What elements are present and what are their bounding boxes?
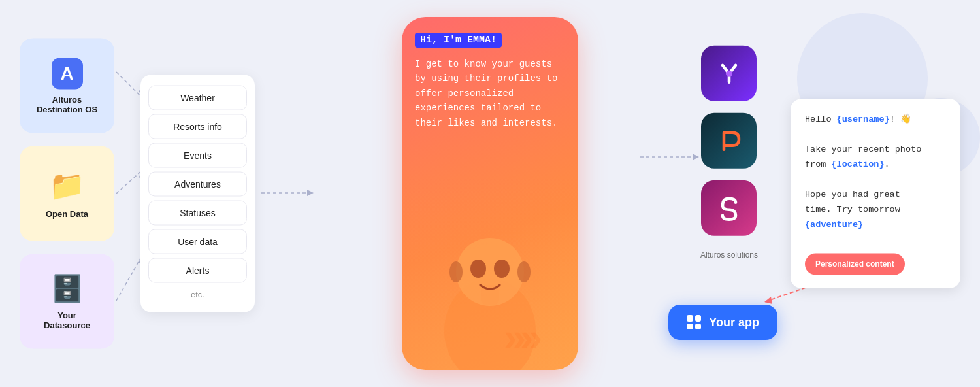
- app-icon-3-svg: [713, 192, 745, 225]
- svg-line-0: [116, 72, 142, 98]
- menu-item-statuses[interactable]: Statuses: [148, 201, 247, 226]
- apps-column: Alturos solutions: [700, 46, 758, 260]
- hello-text: Hello: [805, 114, 837, 124]
- svg-point-26: [517, 261, 531, 282]
- adventure-var-text: {adventure}: [805, 219, 863, 229]
- message-hope-line: Hope you had great: [805, 187, 946, 202]
- grid-dot-1: [687, 315, 693, 322]
- menu-column: Weather Resorts info Events Adventures S…: [140, 75, 255, 312]
- open-data-label: Open Data: [46, 209, 88, 219]
- alturos-card: A AlturosDestination OS: [20, 39, 114, 133]
- menu-etc-label: etc.: [148, 287, 247, 302]
- database-icon: 🗄️: [51, 273, 84, 305]
- personalized-badge[interactable]: Personalized content: [805, 254, 905, 275]
- from-text: from: [805, 159, 832, 169]
- message-card: Hello {username}! 👋 Take your recent pho…: [791, 99, 960, 288]
- tomorrow-text: time. Try tomorrow: [805, 204, 900, 214]
- message-adventure-var: {adventure}: [805, 217, 946, 232]
- phone-description: I get to know your guests by using their…: [415, 57, 565, 130]
- folder-icon: 📁: [49, 169, 85, 204]
- phone-card: Hi, I'm EMMA! I get to know your guests …: [402, 17, 578, 370]
- open-data-card: 📁 Open Data: [20, 146, 114, 241]
- app-icon-3[interactable]: [701, 180, 757, 236]
- phone-content: Hi, I'm EMMA! I get to know your guests …: [402, 17, 578, 174]
- menu-item-alerts[interactable]: Alerts: [148, 258, 247, 283]
- svg-line-2: [116, 170, 142, 194]
- app-icon-2-svg: [713, 125, 745, 158]
- datasource-label: YourDatasource: [44, 311, 90, 330]
- location-var: {location}: [832, 159, 885, 169]
- robot-image: » »: [402, 174, 578, 370]
- svg-point-24: [494, 260, 510, 278]
- svg-line-4: [116, 255, 142, 301]
- alturos-label: AlturosDestination OS: [37, 94, 97, 114]
- greeting-badge: Hi, I'm EMMA!: [415, 33, 502, 48]
- svg-text:»: »: [503, 318, 527, 362]
- menu-item-events[interactable]: Events: [148, 143, 247, 168]
- apps-label: Alturos solutions: [700, 250, 758, 260]
- svg-point-25: [449, 261, 463, 282]
- alturos-logo: A: [52, 58, 83, 89]
- app-icon-1-svg: [713, 58, 745, 90]
- svg-point-22: [456, 238, 524, 306]
- your-app-label: Your app: [709, 316, 759, 329]
- grid-dot-2: [695, 315, 702, 322]
- menu-item-weather[interactable]: Weather: [148, 86, 247, 110]
- message-location-line: from {location}.: [805, 157, 946, 172]
- app-icon-1[interactable]: [701, 46, 757, 101]
- grid-dot-4: [695, 324, 702, 330]
- message-greeting-line: Hello {username}! 👋: [805, 112, 946, 127]
- app-icon-2[interactable]: [701, 113, 757, 169]
- left-sources-column: A AlturosDestination OS 📁 Open Data 🗄️ Y…: [20, 39, 114, 349]
- menu-item-adventures[interactable]: Adventures: [148, 172, 247, 197]
- svg-point-23: [470, 260, 486, 278]
- robot-svg: » »: [418, 200, 562, 370]
- period: .: [885, 159, 890, 169]
- greeting-emoji: ! 👋: [890, 114, 911, 124]
- menu-item-resorts[interactable]: Resorts info: [148, 114, 247, 139]
- username-var: {username}: [837, 114, 890, 124]
- svg-marker-19: [764, 297, 772, 304]
- your-app-button[interactable]: Your app: [668, 305, 777, 340]
- grid-icon: [687, 315, 701, 329]
- menu-item-userdata[interactable]: User data: [148, 229, 247, 254]
- grid-dot-3: [687, 324, 693, 330]
- message-tomorrow-line: time. Try tomorrow: [805, 202, 946, 217]
- message-photo-line: Take your recent photo: [805, 142, 946, 157]
- diagram-container: A AlturosDestination OS 📁 Open Data 🗄️ Y…: [0, 0, 980, 387]
- datasource-card: 🗄️ YourDatasource: [20, 254, 114, 349]
- svg-marker-7: [307, 190, 314, 196]
- svg-marker-17: [693, 154, 699, 160]
- svg-point-30: [726, 71, 732, 77]
